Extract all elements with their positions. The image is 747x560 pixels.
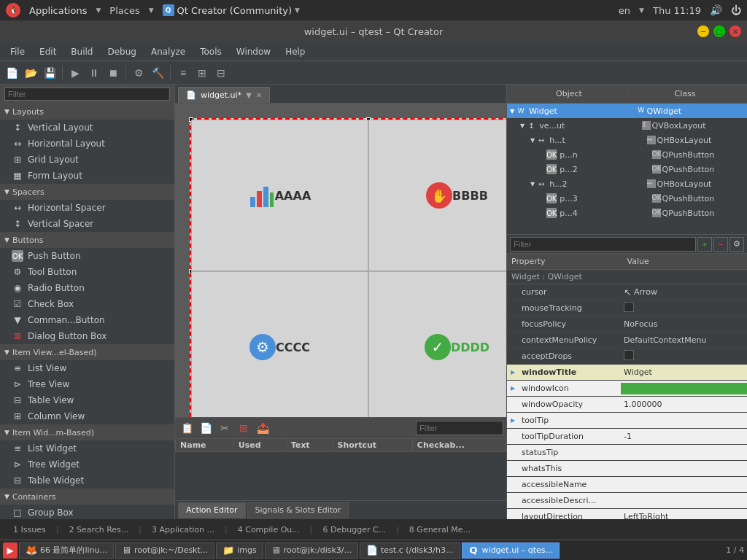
window-close-button[interactable]: ✕ (729, 26, 741, 37)
widget-item-horizontal-spacer[interactable]: ↔ Horizontal Spacer (0, 200, 174, 216)
widget-item-command-button[interactable]: ▼ Comman...Button (0, 312, 174, 328)
taskbar-item-terminal1[interactable]: 🖥 root@jk:~/Deskt... (115, 542, 214, 559)
prop-row-windowtitle[interactable]: ▶ windowTitle Widget (507, 365, 747, 381)
widget-item-group-box[interactable]: □ Group Box (0, 505, 174, 519)
widget-item-dialog-button-box[interactable]: ⊠ Dialog Button Box (0, 328, 174, 344)
prop-row-tooltipduration[interactable]: toolTipDuration -1 (507, 429, 747, 445)
prop-row-focuspolicy[interactable]: focusPolicy NoFocus (507, 316, 747, 332)
toolbar-open-button[interactable]: 📂 (22, 64, 39, 82)
prop-row-tooltip[interactable]: ▶ toolTip (507, 413, 747, 429)
acceptdrops-checkbox[interactable] (624, 350, 634, 360)
obj-row-pushbtn2[interactable]: ▶ OK p...2 OK QPushButton (507, 162, 747, 176)
action-filter-input[interactable] (416, 421, 503, 435)
canvas-cell-aaaa[interactable]: AAAA (191, 120, 368, 271)
topbar-qt[interactable]: Q Qt Creator (Community) ▼ (163, 4, 300, 16)
prop-row-mousetracking[interactable]: mouseTracking (507, 300, 747, 316)
widget-canvas[interactable]: AAAA ✋ BBBB ⚙ CCCC (190, 118, 506, 417)
widget-item-table-widget[interactable]: ⊟ Table Widget (0, 472, 174, 489)
status-tab-application[interactable]: 3 Application ... (144, 524, 222, 536)
tab-signals-slots-editor[interactable]: Signals & Slots Editor (247, 502, 349, 518)
status-tab-general[interactable]: 8 General Me... (402, 524, 478, 536)
prop-value-mousetracking[interactable] (621, 302, 747, 314)
category-spacers[interactable]: ▼ Spacers (0, 184, 174, 200)
prop-row-whatstis[interactable]: whatsThis (507, 461, 747, 477)
prop-row-cursor[interactable]: cursor ↖ Arrow (507, 284, 747, 300)
doc-tab-close-button[interactable]: ✕ (256, 91, 262, 99)
canvas-cell-bbbb[interactable]: ✋ BBBB (368, 120, 506, 271)
toolbar-btn-7[interactable]: ⊞ (193, 64, 211, 82)
obj-row-hboxlayout2[interactable]: ▼ ↔ h...2 ↔ QHBoxLayout (507, 176, 747, 191)
prop-row-acceptdrops[interactable]: acceptDrops (507, 349, 747, 365)
obj-row-pushbtn1[interactable]: ▶ OK p...n OK QPushButton (507, 147, 747, 162)
toolbar-btn-2[interactable]: ⏸ (85, 64, 103, 82)
status-tab-debugger[interactable]: 6 Debugger C... (316, 524, 394, 536)
taskbar-start-button[interactable]: ▶ (3, 542, 18, 559)
property-filter-add-button[interactable]: + (697, 237, 712, 252)
action-paste-button[interactable]: 📄 (197, 419, 214, 437)
widget-item-push-button[interactable]: OK Push Button (0, 248, 174, 264)
menu-analyze[interactable]: Analyze (144, 45, 193, 58)
prop-row-layoutdirection[interactable]: layoutDirection LeftToRight (507, 509, 747, 519)
prop-row-windowicon[interactable]: ▶ windowIcon (507, 381, 747, 397)
category-buttons[interactable]: ▼ Buttons (0, 232, 174, 248)
status-tab-compile[interactable]: 4 Compile Ou... (231, 524, 307, 536)
toolbar-btn-5[interactable]: 🔨 (149, 64, 166, 82)
action-export-button[interactable]: 📤 (254, 419, 271, 437)
property-filter-remove-button[interactable]: − (713, 237, 728, 252)
taskbar-item-testc[interactable]: 📄 test.c (/disk3/h3... (360, 542, 460, 559)
prop-expand-windowicon[interactable]: ▶ (507, 385, 519, 392)
obj-row-pushbtn4[interactable]: ▶ OK p...4 OK QPushButton (507, 206, 747, 220)
prop-value-acceptdrops[interactable] (621, 350, 747, 362)
action-copy-button[interactable]: 📋 (178, 419, 196, 437)
toolbar-new-button[interactable]: 📄 (3, 64, 20, 82)
menu-window[interactable]: Window (229, 45, 278, 58)
window-minimize-button[interactable]: ─ (697, 26, 709, 37)
menu-debug[interactable]: Debug (100, 45, 143, 58)
toolbar-btn-4[interactable]: ⚙ (130, 64, 147, 82)
prop-expand-windowtitle[interactable]: ▶ (507, 369, 519, 376)
widget-item-vertical-layout[interactable]: ↕ Vertical Layout (0, 120, 174, 136)
menu-edit[interactable]: Edit (32, 45, 63, 58)
status-tab-search[interactable]: 2 Search Res... (61, 524, 136, 536)
toolbar-save-button[interactable]: 💾 (41, 64, 58, 82)
menu-help[interactable]: Help (278, 45, 312, 58)
taskbar-item-imgs[interactable]: 📁 imgs (216, 542, 263, 559)
widget-item-list-widget[interactable]: ≡ List Widget (0, 440, 174, 456)
obj-row-hboxlayout1[interactable]: ▼ ↔ h...t ↔ QHBoxLayout (507, 133, 747, 147)
taskbar-item-terminal2[interactable]: 🖥 root@jk:/disk3/... (265, 542, 358, 559)
widget-item-table-view[interactable]: ⊟ Table View (0, 392, 174, 408)
widget-item-form-layout[interactable]: ▦ Form Layout (0, 168, 174, 184)
widget-item-grid-layout[interactable]: ⊞ Grid Layout (0, 152, 174, 168)
menu-build[interactable]: Build (63, 45, 100, 58)
widget-filter-input[interactable] (4, 88, 170, 101)
obj-row-pushbtn3[interactable]: ▶ OK p...3 OK QPushButton (507, 191, 747, 206)
topbar-power-icon[interactable]: ⏻ (731, 4, 741, 16)
window-maximize-button[interactable]: □ (713, 26, 725, 37)
property-filter-input[interactable] (510, 237, 696, 252)
topbar-speaker-icon[interactable]: 🔊 (710, 4, 722, 16)
widget-item-radio-button[interactable]: ◉ Radio Button (0, 280, 174, 296)
widget-item-column-view[interactable]: ⊞ Column View (0, 408, 174, 424)
prop-expand-tooltip[interactable]: ▶ (507, 417, 519, 424)
widget-item-list-view[interactable]: ≡ List View (0, 360, 174, 376)
doc-tab-widget-ui[interactable]: 📄 widget.ui* ▼ ✕ (178, 87, 270, 103)
menu-tools[interactable]: Tools (193, 45, 229, 58)
prop-row-accessibledescri[interactable]: accessibleDescri... (507, 493, 747, 509)
toolbar-btn-3[interactable]: ⏹ (104, 64, 122, 82)
mousetracking-checkbox[interactable] (624, 302, 634, 312)
design-canvas-area[interactable]: AAAA ✋ BBBB ⚙ CCCC (175, 104, 506, 417)
obj-row-widget[interactable]: ▼ W Widget W QWidget (507, 104, 747, 118)
category-containers[interactable]: ▼ Containers (0, 489, 174, 505)
widget-item-tree-view[interactable]: ⊳ Tree View (0, 376, 174, 392)
widget-item-check-box[interactable]: ☑ Check Box (0, 296, 174, 312)
menu-file[interactable]: File (3, 45, 32, 58)
category-item-view[interactable]: ▼ Item View...el-Based) (0, 344, 174, 360)
toolbar-btn-6[interactable]: ≡ (174, 64, 192, 82)
taskbar-item-firefox[interactable]: 🦊 66 最简单的linu... (19, 542, 114, 559)
prop-row-contextmenupolicy[interactable]: contextMenuPolicy DefaultContextMenu (507, 332, 747, 349)
category-item-widget[interactable]: ▼ Item Wid...m-Based) (0, 424, 174, 440)
status-tab-issues[interactable]: 1 Issues (6, 524, 53, 536)
prop-row-statustip[interactable]: statusTip (507, 445, 747, 461)
topbar-applications[interactable]: Applications (29, 5, 87, 16)
action-cut-button[interactable]: ✂ (216, 419, 233, 437)
